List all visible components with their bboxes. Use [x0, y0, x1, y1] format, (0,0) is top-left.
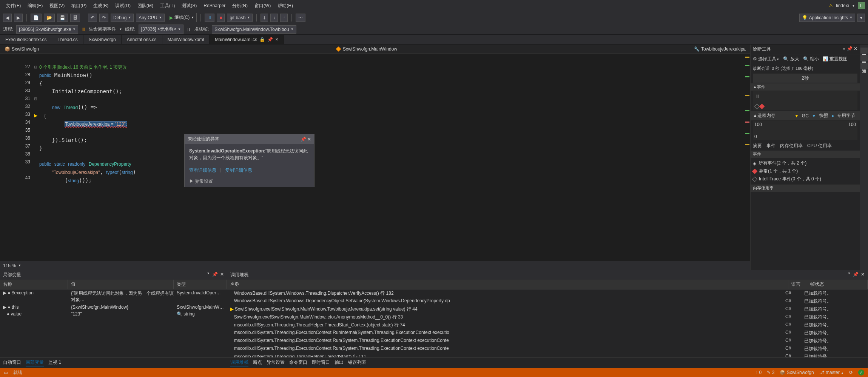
- reset-view-button[interactable]: 📊 重置视图: [823, 56, 848, 62]
- user-chevron-icon[interactable]: ▼: [852, 4, 855, 8]
- callstack-row[interactable]: mscorlib.dll!System.Threading.ExecutionC…: [227, 345, 868, 353]
- close-icon[interactable]: ✕: [275, 37, 278, 42]
- marker-bar[interactable]: [743, 54, 750, 261]
- local-row[interactable]: ▶ ● this{SxwiShwofgn.MainWindow}SxwiShwo…: [0, 304, 227, 311]
- col-state[interactable]: 帧状态: [807, 280, 868, 289]
- changes-button[interactable]: ✎ 3: [767, 370, 774, 375]
- menu-project[interactable]: 项目(P): [68, 1, 89, 11]
- menu-analyze[interactable]: 分析(N): [229, 1, 251, 11]
- process-dropdown[interactable]: [39056] SxwiShwofgn.exe▼: [16, 25, 78, 34]
- pin-icon[interactable]: 📌: [301, 137, 306, 142]
- callstack-row[interactable]: mscorlib.dll!System.Threading.ExecutionC…: [227, 329, 868, 337]
- copy-details-link[interactable]: 复制详细信息: [225, 167, 252, 174]
- callstack-row[interactable]: SxwiShwofgn.exe!SxwiShwofgn.MainWindow..…: [227, 313, 868, 321]
- menu-debug[interactable]: 调试(D): [112, 1, 134, 11]
- menu-test[interactable]: 测试(S): [179, 1, 200, 11]
- memory-chart[interactable]: 100 100 0: [753, 121, 857, 140]
- diag-tab-summary[interactable]: 摘要: [753, 143, 762, 149]
- dropdown-icon[interactable]: ▼: [842, 48, 845, 51]
- menu-tools[interactable]: 工具(T): [157, 1, 178, 11]
- menu-team[interactable]: 团队(M): [134, 1, 156, 11]
- stop-button[interactable]: ■: [217, 14, 225, 22]
- tab-callstack[interactable]: 调用堆栈: [230, 359, 248, 366]
- open-button[interactable]: 📂: [44, 14, 55, 22]
- events-chart[interactable]: ⏸: [753, 91, 857, 110]
- close-icon[interactable]: ✕: [307, 137, 311, 142]
- user-badge[interactable]: L: [858, 2, 865, 9]
- memory-section-header[interactable]: ▲进程内存 ▼GC ▼快照 ●专用字节: [751, 111, 860, 120]
- view-details-link[interactable]: 查看详细信息: [189, 167, 216, 174]
- insights-dropdown[interactable]: 💡 Application Insights▼: [799, 14, 855, 22]
- col-lang[interactable]: 语言: [788, 280, 807, 289]
- callstack-row[interactable]: WindowsBase.dll!System.Windows.Dependenc…: [227, 297, 868, 305]
- col-name[interactable]: 名称: [227, 280, 788, 289]
- continue-button[interactable]: ▶ 继续(C)▼: [167, 13, 197, 22]
- pin-icon[interactable]: 📌: [267, 37, 273, 42]
- tab-thread[interactable]: Thread.cs: [52, 35, 83, 44]
- tab-mainwindow-cs[interactable]: MainWindow.xaml.cs 🔒 📌 ✕: [210, 35, 284, 44]
- threads-icon[interactable]: ⫿⫿: [187, 27, 191, 32]
- dropdown-icon[interactable]: ▼: [848, 272, 851, 278]
- branch-button[interactable]: ⎇ master ▲: [819, 370, 844, 375]
- undo-button[interactable]: ↶: [88, 14, 97, 22]
- tab-output[interactable]: 输出: [335, 359, 344, 366]
- extra-button[interactable]: ⋯: [296, 14, 305, 22]
- close-icon[interactable]: ✕: [220, 272, 224, 278]
- diag-tab-memory[interactable]: 内存使用率: [780, 143, 803, 149]
- local-row[interactable]: ▶ ● $exception{"调用线程无法访问此对象，因为另一个线程拥有该对象…: [0, 289, 227, 304]
- tab-watch1[interactable]: 监视 1: [48, 359, 61, 366]
- callstack-row[interactable]: mscorlib.dll!System.Threading.ThreadHelp…: [227, 321, 868, 329]
- menu-view[interactable]: 视图(V): [46, 1, 68, 11]
- step-into-button[interactable]: ↓: [270, 14, 278, 22]
- zoom-level[interactable]: 115 %: [3, 263, 16, 268]
- publish-button[interactable]: ↑ 0: [755, 370, 762, 375]
- side-tab-team[interactable]: 团队资源管理器: [860, 55, 868, 61]
- tab-executioncontext[interactable]: ExecutionContext.cs: [0, 35, 52, 44]
- diag-tab-events[interactable]: 事件: [766, 143, 775, 149]
- col-type[interactable]: 类型: [174, 280, 227, 289]
- callstack-row[interactable]: WindowsBase.dll!System.Windows.Threading…: [227, 289, 868, 297]
- tab-breakpoints[interactable]: 断点: [253, 359, 262, 366]
- fold-gutter[interactable]: ⊟⊟: [34, 54, 39, 261]
- nav-back-button[interactable]: ◀: [3, 14, 12, 22]
- pin-icon[interactable]: 📌: [212, 272, 218, 278]
- menu-file[interactable]: 文件(F): [3, 1, 24, 11]
- callstack-row[interactable]: mscorlib.dll!System.Threading.ExecutionC…: [227, 337, 868, 345]
- step-out-button[interactable]: ↑: [280, 14, 288, 22]
- tab-sxwishwofgn[interactable]: SxwiShwofgn: [83, 35, 122, 44]
- tab-immediate[interactable]: 即时窗口: [312, 359, 330, 366]
- col-value[interactable]: 值: [68, 280, 174, 289]
- event-row-exception[interactable]: 异常(1 个，共 1 个): [753, 167, 857, 175]
- stackframe-dropdown[interactable]: SxwiShwofgn.MainWindow.Towbibou▼: [212, 25, 296, 34]
- tab-errorlist[interactable]: 错误列表: [348, 359, 366, 366]
- tab-annotations[interactable]: Annotations.cs: [122, 35, 162, 44]
- event-row-intellitrace[interactable]: IntelliTrace 事件(0 个，共 0 个): [753, 175, 857, 183]
- zoom-out-button[interactable]: 🔍 缩小: [803, 56, 819, 62]
- code-content[interactable]: 0 个引用|lindexi, 16 天前|1 名作者, 1 项更改 public…: [39, 54, 743, 261]
- callstack-row[interactable]: mscorlib.dll!System.Threading.ThreadHelp…: [227, 353, 868, 357]
- gitbash-dropdown[interactable]: git bash▼: [227, 14, 253, 22]
- menu-edit[interactable]: 编辑(E): [25, 1, 46, 11]
- callstack-row[interactable]: ▶ SxwiShwofgn.exe!SxwiShwofgn.MainWindow…: [227, 305, 868, 313]
- tab-autos[interactable]: 自动窗口: [3, 359, 21, 366]
- redo-button[interactable]: ↷: [99, 14, 108, 22]
- save-all-button[interactable]: 🗄: [70, 14, 80, 22]
- tab-exc-settings[interactable]: 异常设置: [267, 359, 285, 366]
- menu-build[interactable]: 生成(B): [90, 1, 111, 11]
- tab-locals[interactable]: 局部变量: [26, 359, 44, 366]
- event-row-all[interactable]: ◈所有事件(2 个，共 2 个): [753, 159, 857, 167]
- dropdown-icon[interactable]: ▼: [207, 272, 210, 278]
- menu-window[interactable]: 窗口(W): [251, 1, 274, 11]
- local-row[interactable]: ● value"123"🔍 string: [0, 311, 227, 317]
- diag-timeline[interactable]: 2秒: [753, 74, 857, 83]
- menu-help[interactable]: 帮助(H): [274, 1, 296, 11]
- side-tab-solution[interactable]: 解决方案资源管理器: [860, 48, 868, 54]
- overflow-button[interactable]: ▾: [857, 14, 865, 22]
- scope-dropdown[interactable]: 📦 SxwiShwofgn: [2, 46, 41, 52]
- exception-settings-toggle[interactable]: ▶ 异常设置: [185, 176, 314, 187]
- config-dropdown[interactable]: Debug▼: [111, 14, 134, 22]
- menu-resharper[interactable]: ReSharper: [200, 2, 228, 10]
- col-name[interactable]: 名称: [0, 280, 68, 289]
- tab-command[interactable]: 命令窗口: [289, 359, 307, 366]
- diag-tab-cpu[interactable]: CPU 使用率: [807, 143, 832, 149]
